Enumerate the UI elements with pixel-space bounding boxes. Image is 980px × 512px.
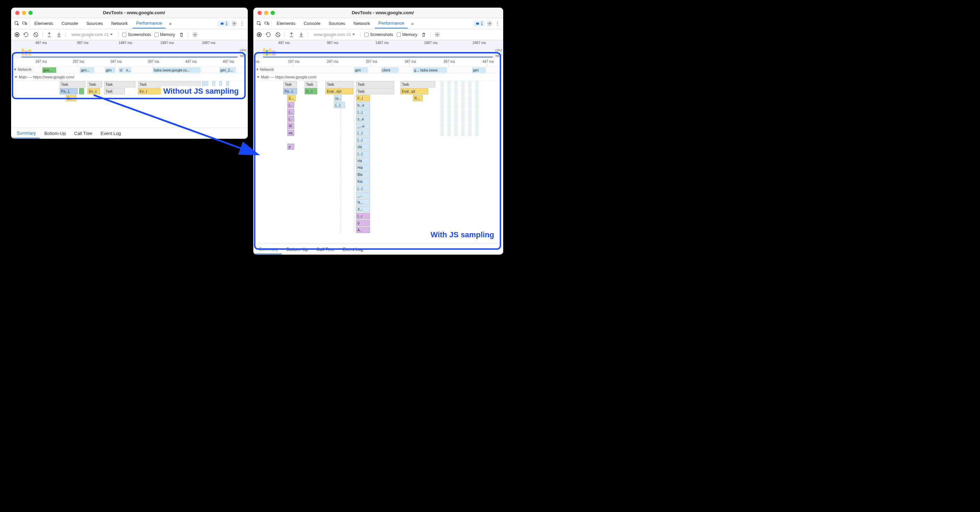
- tab-elements[interactable]: Elements: [273, 19, 299, 28]
- clear-icon[interactable]: [33, 32, 39, 38]
- network-request[interactable]: g...: [413, 67, 419, 73]
- settings-gear-icon[interactable]: [487, 21, 493, 27]
- reload-icon[interactable]: [265, 32, 271, 38]
- overview-timeline[interactable]: 497 ms997 ms1497 ms1997 ms2497 ms CPU NE…: [11, 40, 248, 58]
- kebab-menu-icon[interactable]: [239, 21, 245, 27]
- overview-timeline[interactable]: 497 ms997 ms1497 ms1997 ms2497 ms CPU NE…: [253, 40, 503, 58]
- flame-frame[interactable]: t...r: [356, 213, 370, 219]
- flame-frame[interactable]: ea: [287, 130, 294, 136]
- network-request[interactable]: hpba (www.google.co...: [153, 67, 200, 73]
- flame-frame[interactable]: Task: [401, 81, 435, 87]
- flame-frame[interactable]: (...): [356, 151, 370, 157]
- expand-triangle-icon[interactable]: [14, 68, 16, 71]
- device-toolbar-icon[interactable]: [264, 21, 270, 27]
- tab-sources[interactable]: Sources: [83, 19, 107, 28]
- tab-bottom-up[interactable]: Bottom-Up: [283, 245, 312, 254]
- flame-frame[interactable]: W: [287, 123, 294, 129]
- flame-frame[interactable]: Eval...ript: [326, 88, 353, 94]
- flame-frame[interactable]: E...: [287, 95, 296, 101]
- tab-event-log[interactable]: Event Log: [339, 245, 367, 254]
- flame-frame[interactable]: (...): [356, 137, 370, 143]
- network-request[interactable]: gen...: [80, 67, 94, 73]
- flame-frame[interactable]: Bla: [356, 171, 370, 178]
- flame-frame[interactable]: (a...s): [334, 95, 342, 101]
- flame-frame[interactable]: vla: [356, 157, 370, 164]
- gc-icon[interactable]: [178, 32, 185, 38]
- flame-frame[interactable]: p: [287, 144, 294, 150]
- zoom-icon[interactable]: [271, 11, 275, 15]
- kebab-menu-icon[interactable]: [494, 21, 500, 27]
- flame-frame[interactable]: F...l: [356, 95, 370, 101]
- flame-frame[interactable]: (...: [287, 116, 294, 122]
- flame-frame[interactable]: (...): [334, 102, 345, 108]
- tab-console[interactable]: Console: [58, 19, 81, 28]
- download-icon[interactable]: [56, 32, 62, 38]
- flame-frame[interactable]: Task: [356, 88, 394, 94]
- flame-frame[interactable]: Task: [104, 81, 135, 87]
- minimize-icon[interactable]: [264, 11, 268, 15]
- capture-settings-gear-icon[interactable]: [434, 32, 441, 38]
- tab-console[interactable]: Console: [300, 19, 324, 28]
- flame-frame[interactable]: d: [356, 220, 370, 226]
- tab-summary[interactable]: Summary: [255, 244, 282, 254]
- network-request[interactable]: gen: [105, 67, 115, 73]
- flame-frame[interactable]: (...): [356, 185, 370, 191]
- issues-badge[interactable]: 1: [473, 21, 485, 27]
- record-button[interactable]: [14, 32, 19, 37]
- capture-settings-gear-icon[interactable]: [192, 32, 198, 38]
- memory-checkbox[interactable]: Memory: [397, 32, 417, 37]
- flame-frame[interactable]: [79, 88, 84, 94]
- flame-frame[interactable]: Pa...L: [60, 88, 78, 94]
- minimize-icon[interactable]: [22, 11, 26, 15]
- main-thread-flame[interactable]: TaskTaskTaskTaskTaskPa...LC...tEval...ri…: [253, 81, 503, 234]
- flame-frame[interactable]: (...): [356, 130, 370, 136]
- recording-select[interactable]: www.google.com #1: [312, 32, 357, 37]
- main-thread-header[interactable]: Main — https://www.google.com/: [253, 73, 503, 81]
- flame-frame[interactable]: Pa...L: [283, 88, 297, 94]
- flame-frame[interactable]: Task: [88, 81, 102, 87]
- flame-frame[interactable]: Task: [356, 81, 394, 87]
- network-request[interactable]: gen_2...: [219, 67, 236, 73]
- expand-triangle-icon[interactable]: [14, 76, 18, 78]
- network-request[interactable]: hpba (www: [419, 67, 447, 73]
- network-request[interactable]: cl: [119, 67, 124, 73]
- gc-icon[interactable]: [421, 32, 427, 38]
- network-request[interactable]: gen: [354, 67, 368, 73]
- tab-sources[interactable]: Sources: [325, 19, 349, 28]
- flame-frame[interactable]: C...t: [305, 88, 317, 94]
- flame-frame[interactable]: (...: [287, 102, 294, 108]
- device-toolbar-icon[interactable]: [22, 21, 28, 27]
- memory-checkbox[interactable]: Memory: [154, 32, 175, 37]
- tab-call-tree[interactable]: Call Tree: [71, 129, 96, 138]
- flame-frame[interactable]: b...e: [356, 102, 370, 108]
- flame-frame[interactable]: Eval...ipt: [401, 88, 428, 94]
- screenshots-checkbox[interactable]: Screenshots: [364, 32, 393, 37]
- expand-triangle-icon[interactable]: [257, 76, 259, 78]
- screenshots-checkbox[interactable]: Screenshots: [122, 32, 151, 37]
- close-icon[interactable]: [15, 11, 19, 15]
- flame-frame[interactable]: Kla: [356, 178, 370, 184]
- flame-frame[interactable]: Task: [326, 81, 353, 87]
- flame-frame[interactable]: N...: [356, 199, 370, 205]
- download-icon[interactable]: [298, 32, 304, 38]
- settings-gear-icon[interactable]: [231, 21, 237, 27]
- tab-performance[interactable]: Performance: [375, 18, 407, 29]
- record-button[interactable]: [257, 32, 262, 37]
- tab-performance[interactable]: Performance: [132, 18, 165, 29]
- network-track[interactable]: Network genclientg...hpba (wwwgen: [253, 67, 503, 73]
- flame-frame[interactable]: Task: [104, 88, 125, 94]
- tab-summary[interactable]: Summary: [13, 128, 40, 138]
- flame-frame[interactable]: _...: [356, 192, 370, 199]
- inspect-element-icon[interactable]: [256, 21, 262, 27]
- flame-frame[interactable]: Ev...t: [88, 88, 100, 94]
- network-track[interactable]: Network goo...gen...gencln...hpba (www.g…: [11, 67, 248, 73]
- expand-triangle-icon[interactable]: [257, 68, 259, 71]
- flame-frame[interactable]: Task: [305, 81, 317, 87]
- tab-bottom-up[interactable]: Bottom-Up: [41, 129, 69, 138]
- flame-frame[interactable]: z...e: [356, 116, 370, 122]
- main-thread-header[interactable]: Main — https://www.google.com/: [11, 73, 248, 81]
- flame-frame[interactable]: E...: [66, 95, 76, 101]
- flame-frame[interactable]: X...: [356, 206, 370, 212]
- flame-frame[interactable]: A...: [356, 227, 370, 233]
- zoom-icon[interactable]: [29, 11, 33, 15]
